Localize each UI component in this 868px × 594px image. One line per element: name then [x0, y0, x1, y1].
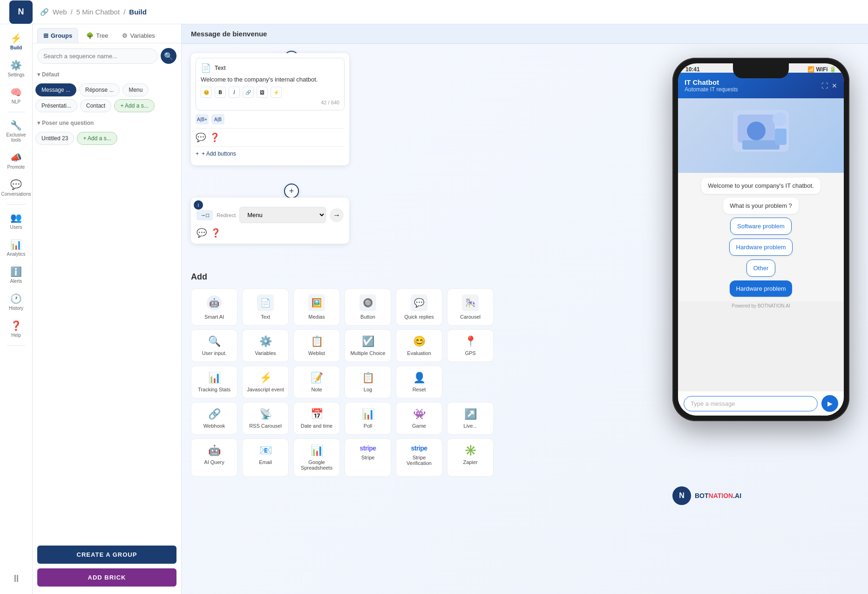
add-buttons-row[interactable]: + + Add buttons	[196, 146, 345, 161]
var-tool[interactable]: ⚡	[271, 87, 282, 98]
add-item-note[interactable]: 📝 Note	[293, 366, 340, 398]
note-icon: 📝	[311, 372, 323, 384]
add-item-rss-carousel[interactable]: 📡 RSS Carousel	[242, 402, 289, 435]
add-item-quick-replies[interactable]: 💬 Quick replies	[396, 288, 442, 326]
add-item-javascript-event[interactable]: ⚡ Javascript event	[242, 366, 289, 398]
sidebar-item-build[interactable]: ⚡ Build	[2, 29, 30, 54]
phone-mockup: 10:41 📶 WiFi 🔋 IT Chatbot Automate IT re…	[635, 44, 868, 519]
close-chat-icon[interactable]: ✕	[832, 82, 837, 89]
create-group-button[interactable]: CREATE A GROUP	[37, 546, 176, 564]
help-bubble-icon-2[interactable]: ❓	[210, 228, 221, 238]
tree-icon: 🌳	[86, 32, 94, 39]
search-button[interactable]: 🔍	[161, 48, 176, 64]
add-item-variables[interactable]: ⚙️ Variables	[242, 329, 289, 362]
chip-message[interactable]: Message ...	[35, 83, 76, 96]
sidebar-item-settings[interactable]: ⚙️ Settings	[2, 56, 30, 81]
sidebar-item-users[interactable]: 👥 Users	[2, 208, 30, 233]
nlp-icon: 🧠	[10, 87, 22, 98]
help-bubble-icon[interactable]: ❓	[210, 132, 220, 143]
add-item-stripe[interactable]: stripe Stripe	[345, 438, 391, 477]
pause-button[interactable]: ⏸	[11, 573, 21, 585]
add-item-medias[interactable]: 🖼️ Medias	[293, 288, 340, 326]
add-item-log[interactable]: 📋 Log	[345, 366, 391, 398]
sidebar-actions: CREATE A GROUP ADD BRICK	[33, 538, 181, 594]
selected-bubble: Hardware problem	[730, 280, 793, 297]
message-card-body: 📄 Text Welcome to the company's internal…	[191, 53, 349, 165]
link-tool[interactable]: 🔗	[243, 87, 254, 98]
rss-carousel-icon: 📡	[259, 408, 272, 420]
text-block: 📄 Text Welcome to the company's internal…	[196, 58, 345, 110]
chip-contact[interactable]: Contact	[80, 99, 111, 112]
phone-send-button[interactable]: ▶	[821, 395, 838, 412]
add-item-weblist[interactable]: 📋 Weblist	[293, 329, 340, 362]
quick-replies-icon: 💬	[411, 294, 427, 311]
sidebar-item-promote[interactable]: 📣 Promote	[2, 148, 30, 173]
alt-chip-1[interactable]: A|B+	[196, 114, 209, 124]
section-default-label[interactable]: ▾ Défaut	[37, 71, 176, 78]
option3-bubble[interactable]: Other	[746, 259, 776, 277]
add-item-email[interactable]: 📧 Email	[242, 438, 289, 477]
section-ask-label[interactable]: ▾ Poser une question	[37, 120, 176, 126]
add-item-poll[interactable]: 📊 Poll	[345, 402, 391, 435]
tab-tree[interactable]: 🌳 Tree	[80, 28, 114, 43]
chip-menu[interactable]: Menu	[122, 83, 149, 96]
chip-untitled[interactable]: Untitled 23	[35, 132, 74, 145]
add-item-user-input[interactable]: 🔍 User input.	[191, 329, 237, 362]
add-item-stripe-verification[interactable]: stripe Stripe Verification	[396, 438, 442, 477]
expand-icon[interactable]: ⛶	[821, 82, 828, 89]
add-item-tracking-stats[interactable]: 📊 Tracking Stats	[191, 366, 237, 398]
option1-bubble[interactable]: Software problem	[730, 218, 792, 235]
add-item-ai-query[interactable]: 🤖 AI Query	[191, 438, 237, 477]
alt-row: A|B+ A|B	[196, 114, 345, 124]
sidebar-item-analytics[interactable]: 📊 Analytics	[2, 235, 30, 260]
add-item-button[interactable]: 🔘 Button	[345, 288, 391, 326]
breadcrumb: 🔗 Web / 5 Min Chatbot / Build	[40, 8, 147, 16]
chip-reponse[interactable]: Réponse ...	[79, 83, 120, 96]
add-item-webhook[interactable]: 🔗 Webhook	[191, 402, 237, 435]
canvas-area[interactable]: + 📄 Text Welcome to the company's intern…	[182, 44, 868, 594]
add-item-evaluation[interactable]: 😊 Evaluation	[396, 329, 442, 362]
search-input[interactable]	[37, 48, 158, 64]
italic-tool[interactable]: I	[229, 87, 240, 98]
menu-select[interactable]: Menu	[239, 207, 326, 223]
sidebar-item-alerts[interactable]: ℹ️ Alerts	[2, 262, 30, 287]
javascript-event-icon: ⚡	[259, 372, 272, 384]
phone-message-input[interactable]: Type a message	[684, 396, 818, 411]
add-item-carousel[interactable]: 🎠 Carousel	[447, 288, 494, 326]
add-item-zapier[interactable]: ✳️ Zapier	[447, 438, 494, 477]
add-item-gps[interactable]: 📍 GPS	[447, 329, 494, 362]
chip-presentati[interactable]: Présentati...	[35, 99, 77, 112]
add-item-smart-ai[interactable]: 🤖 Smart AI	[191, 288, 237, 326]
chip-add-ask[interactable]: + Add a s...	[77, 132, 117, 145]
chip-add-sequence[interactable]: + Add a s...	[114, 99, 154, 112]
add-item-text[interactable]: 📄 Text	[242, 288, 289, 326]
bold-tool[interactable]: B	[215, 87, 226, 98]
tab-variables[interactable]: ⚙ Variables	[116, 28, 161, 43]
add-node-middle-button[interactable]: +	[284, 184, 299, 198]
alt-chip-2[interactable]: A|B	[211, 114, 224, 124]
add-item-multiple-choice[interactable]: ☑️ Multiple Choice	[345, 329, 391, 362]
phone-powered-by: Powered by BOTNATION.AI	[678, 301, 844, 310]
sidebar-item-nlp[interactable]: 🧠 NLP	[2, 83, 30, 108]
botnation-logo-area: N BOTNATION.AI	[672, 486, 741, 505]
add-item-game[interactable]: 👾 Game	[396, 402, 442, 435]
variables-icon: ⚙	[122, 32, 128, 39]
evaluation-icon: 😊	[413, 335, 426, 348]
sidebar-item-exclusive-tools[interactable]: 🔧 Exclusive tools	[2, 116, 30, 146]
arrow-right-button[interactable]: →	[330, 208, 344, 222]
add-item-live[interactable]: ↗️ Live...	[447, 402, 494, 435]
add-item-reset[interactable]: 👤 Reset	[396, 366, 442, 398]
comment-icon[interactable]: 💬	[196, 132, 206, 143]
emoji-tool[interactable]: 😊	[201, 87, 212, 98]
tab-groups[interactable]: ⊞ Groups	[37, 28, 78, 43]
sidebar-item-history[interactable]: 🕐 History	[2, 289, 30, 314]
phone-chat-image	[678, 98, 844, 173]
comment-icon-2[interactable]: 💬	[197, 228, 207, 238]
sidebar-item-help[interactable]: ❓ Help	[2, 316, 30, 341]
add-brick-button[interactable]: ADD BRICK	[37, 568, 176, 587]
add-item-date-and-time[interactable]: 📅 Date and time	[293, 402, 340, 435]
image-tool[interactable]: 🖼	[257, 87, 268, 98]
option2-bubble[interactable]: Hardware problem	[729, 239, 793, 256]
sidebar-item-conversations[interactable]: 💬 Conversations	[2, 175, 30, 200]
add-item-google-spreadsheets[interactable]: 📊 Google Spreadsheets	[293, 438, 340, 477]
